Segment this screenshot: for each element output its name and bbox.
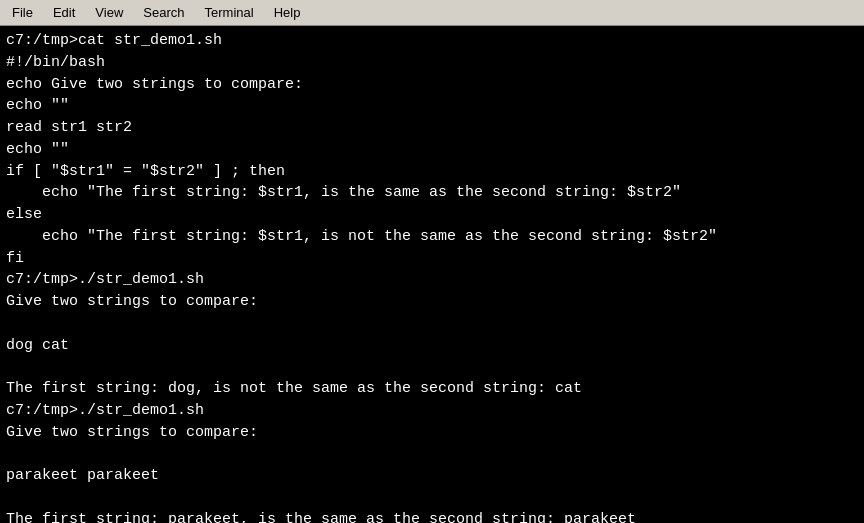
menu-file[interactable]: File — [2, 0, 43, 25]
menu-edit[interactable]: Edit — [43, 0, 85, 25]
menu-terminal[interactable]: Terminal — [195, 0, 264, 25]
menu-help[interactable]: Help — [264, 0, 311, 25]
menubar: File Edit View Search Terminal Help — [0, 0, 864, 26]
menu-search[interactable]: Search — [133, 0, 194, 25]
terminal-output[interactable]: c7:/tmp>cat str_demo1.sh #!/bin/bash ech… — [0, 26, 864, 523]
menu-view[interactable]: View — [85, 0, 133, 25]
